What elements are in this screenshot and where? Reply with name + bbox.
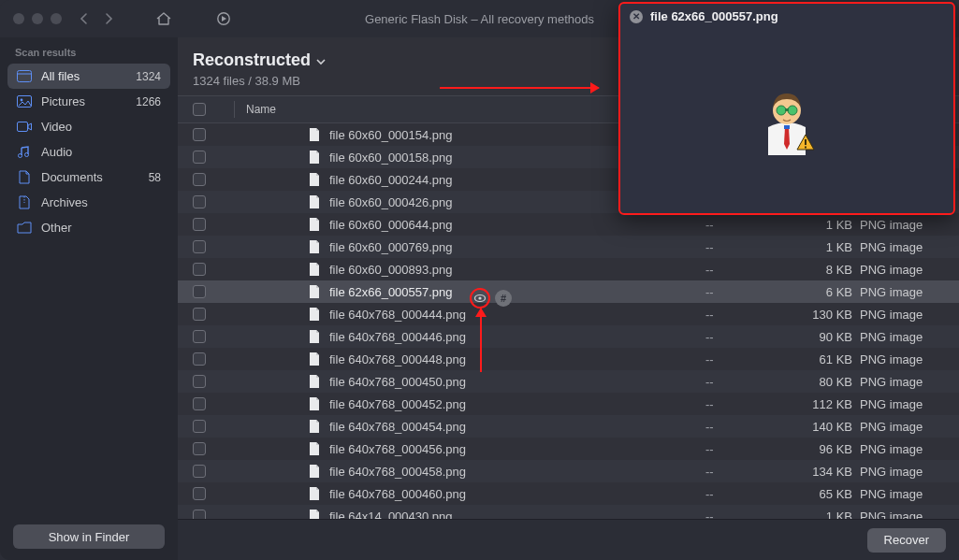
svg-rect-16: [805, 139, 806, 145]
file-size: 65 KB: [804, 487, 860, 501]
file-icon: [307, 172, 322, 187]
file-size: 1 KB: [804, 240, 860, 254]
content-title-text: Reconstructed: [193, 50, 311, 70]
file-icon: [307, 396, 322, 411]
row-checkbox[interactable]: [193, 487, 206, 500]
svg-rect-17: [805, 147, 806, 149]
row-checkbox[interactable]: [193, 375, 206, 388]
row-checkbox[interactable]: [193, 308, 206, 321]
file-size: 8 KB: [804, 263, 860, 277]
file-date: --: [705, 397, 804, 411]
file-row[interactable]: file 640x768_000444.png--130 KBPNG image: [178, 303, 959, 325]
annotation-arrow-up: [480, 309, 482, 372]
file-row[interactable]: file 640x768_000450.png--80 KBPNG image: [178, 370, 959, 393]
file-date: --: [705, 308, 804, 322]
row-checkbox[interactable]: [193, 263, 206, 276]
file-row[interactable]: file 64x14_000430.png--1 KBPNG image: [178, 505, 959, 519]
row-checkbox[interactable]: [193, 173, 206, 186]
window-title: Generic Flash Disk – All recovery method…: [365, 12, 594, 26]
row-checkbox[interactable]: [193, 240, 206, 253]
file-size: 1 KB: [804, 218, 860, 232]
file-name-cell: file 640x768_000446.png: [230, 329, 705, 344]
file-kind: PNG image: [860, 442, 944, 456]
file-row[interactable]: file 640x768_000446.png--90 KBPNG image: [178, 325, 959, 348]
row-checkbox[interactable]: [193, 465, 206, 478]
row-checkbox[interactable]: [193, 420, 206, 433]
row-checkbox[interactable]: [193, 195, 206, 208]
file-kind: PNG image: [860, 240, 944, 254]
file-name: file 640x768_000456.png: [329, 442, 466, 456]
file-name-cell: file 60x60_000644.png: [230, 217, 705, 232]
sidebar-item-all[interactable]: All files1324: [7, 64, 170, 89]
home-icon[interactable]: [155, 11, 172, 26]
file-name: file 640x768_000444.png: [329, 308, 466, 322]
sidebar-item-audio[interactable]: Audio: [7, 139, 170, 165]
sidebar-item-documents[interactable]: Documents58: [7, 165, 170, 190]
sidebar-item-label: Pictures: [41, 94, 85, 108]
sidebar-item-label: Documents: [41, 170, 103, 184]
nav-back-icon[interactable]: [79, 12, 90, 25]
file-name: file 640x768_000452.png: [329, 397, 466, 411]
zoom-window[interactable]: [51, 13, 62, 24]
file-row[interactable]: file 62x66_000557.png--6 KBPNG image: [178, 280, 959, 303]
sidebar-item-count: 1324: [136, 70, 161, 83]
file-kind: PNG image: [860, 397, 944, 411]
file-date: --: [705, 375, 804, 389]
file-row[interactable]: file 640x768_000458.png--134 KBPNG image: [178, 460, 959, 482]
file-name-cell: file 640x768_000458.png: [230, 464, 705, 479]
sidebar-item-video[interactable]: Video: [7, 114, 170, 139]
close-window[interactable]: [13, 13, 24, 24]
sidebar-item-other[interactable]: Other: [7, 215, 170, 240]
file-row[interactable]: file 60x60_000769.png--1 KBPNG image: [178, 236, 959, 258]
row-checkbox[interactable]: [193, 128, 206, 141]
file-date: --: [705, 465, 804, 479]
row-checkbox[interactable]: [193, 151, 206, 164]
select-all-checkbox[interactable]: [193, 103, 206, 116]
file-date: --: [705, 330, 804, 344]
file-name: file 60x60_000644.png: [329, 218, 453, 232]
hex-badge-icon[interactable]: #: [495, 290, 512, 307]
sidebar-item-label: Other: [41, 221, 72, 235]
close-preview-icon[interactable]: ✕: [630, 10, 643, 23]
file-name-cell: file 64x14_000430.png: [230, 509, 705, 519]
file-icon: [307, 352, 322, 366]
file-row[interactable]: file 640x768_000448.png--61 KBPNG image: [178, 348, 959, 370]
file-name-cell: file 640x768_000452.png: [230, 396, 705, 411]
file-row[interactable]: file 640x768_000456.png--96 KBPNG image: [178, 438, 959, 460]
row-checkbox[interactable]: [193, 352, 206, 366]
sidebar-item-pictures[interactable]: Pictures1266: [7, 89, 170, 114]
row-checkbox[interactable]: [193, 218, 206, 231]
svg-point-10: [478, 296, 481, 299]
svg-point-6: [19, 153, 22, 157]
show-in-finder-button[interactable]: Show in Finder: [13, 524, 165, 549]
file-row[interactable]: file 640x768_000454.png--140 KBPNG image: [178, 415, 959, 438]
row-checkbox[interactable]: [193, 442, 206, 455]
file-kind: PNG image: [860, 218, 944, 232]
file-kind: PNG image: [860, 420, 944, 434]
row-checkbox[interactable]: [193, 510, 206, 519]
sidebar-item-archives[interactable]: Archives: [7, 190, 170, 215]
svg-point-4: [21, 99, 23, 102]
row-checkbox[interactable]: [193, 330, 206, 343]
sidebar-item-count: 1266: [136, 95, 161, 108]
minimize-window[interactable]: [32, 13, 43, 24]
svg-point-7: [25, 152, 29, 156]
file-size: 112 KB: [804, 397, 860, 411]
file-name-cell: file 640x768_000450.png: [230, 374, 705, 389]
row-checkbox[interactable]: [193, 397, 206, 410]
file-date: --: [705, 442, 804, 456]
file-name-cell: file 640x768_000456.png: [230, 441, 705, 456]
svg-rect-15: [785, 108, 789, 111]
file-row[interactable]: file 60x60_000644.png--1 KBPNG image: [178, 213, 959, 236]
file-date: --: [705, 218, 804, 232]
file-size: 80 KB: [804, 375, 860, 389]
recover-button[interactable]: Recover: [867, 528, 946, 553]
file-row[interactable]: file 60x60_000893.png--8 KBPNG image: [178, 258, 959, 280]
sidebar-item-label: Archives: [41, 195, 88, 209]
file-row[interactable]: file 640x768_000452.png--112 KBPNG image: [178, 393, 959, 415]
row-checkbox[interactable]: [193, 285, 206, 298]
nav-forward-icon[interactable]: [103, 12, 114, 25]
file-row[interactable]: file 640x768_000460.png--65 KBPNG image: [178, 482, 959, 505]
file-name-cell: file 640x768_000454.png: [230, 419, 705, 434]
refresh-icon[interactable]: [215, 10, 232, 27]
